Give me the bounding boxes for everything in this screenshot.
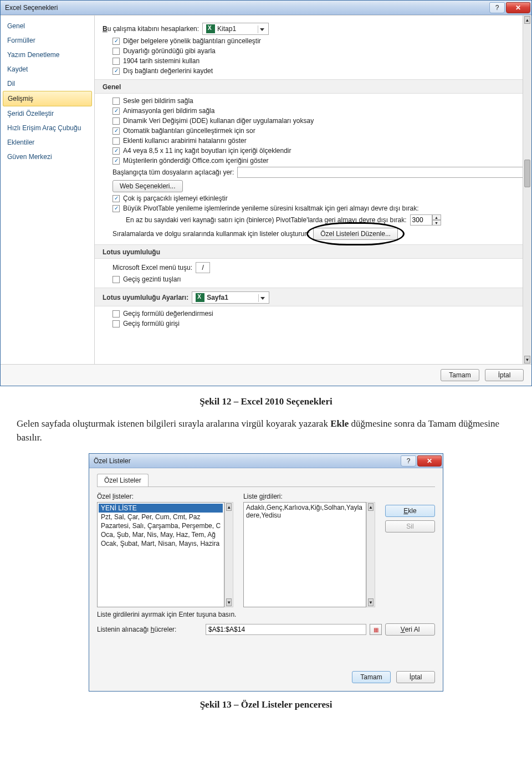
help-button[interactable]: ? xyxy=(489,2,505,13)
lbl-precision: Duyarlığı göründüğü gibi ayarla xyxy=(123,47,216,55)
nav-gelismis[interactable]: Gelişmiş xyxy=(3,91,92,106)
lbl-autolink: Otomatik bağlantıları güncelleştirmek iç… xyxy=(123,127,255,135)
nav-eklentiler[interactable]: Eklentiler xyxy=(3,135,92,150)
custom-lists-label: Özel listeler: xyxy=(97,493,233,500)
spinner-down-icon[interactable]: ▼ xyxy=(432,220,441,226)
chk-precision[interactable] xyxy=(112,48,120,55)
window-title: Excel Seçenekleri xyxy=(5,4,58,12)
cancel-button[interactable]: İptal xyxy=(485,369,524,381)
ok-button[interactable]: Tamam xyxy=(441,369,479,381)
list-item[interactable]: Pazartesi, Salı, Çarşamba, Perşembe, C xyxy=(99,521,223,530)
spinner-up-icon[interactable]: ▲ xyxy=(432,214,441,220)
lotus-sheet-dropdown[interactable]: Sayfa1 xyxy=(192,291,269,304)
entries-textarea[interactable]: Adaklı,Genç,Karlıova,Kiğı,Solhan,Yayla d… xyxy=(243,502,366,607)
lbl-multithread: Çok iş parçacıklı işlemeyi etkinleştir xyxy=(123,194,228,202)
chk-sound[interactable] xyxy=(112,98,120,105)
web-options-button[interactable]: Web Seçenekleri... xyxy=(112,180,183,192)
section-lotus-settings: Lotus uyumluluğu Ayarları: Sayfa1 xyxy=(95,288,531,306)
tab-strip: Özel Listeler xyxy=(97,474,435,487)
excel-icon xyxy=(196,293,204,302)
pivot-row-spinner[interactable]: ▲▼ xyxy=(410,214,441,226)
chk-transition-eval[interactable] xyxy=(112,310,120,318)
list-item[interactable]: Pzt, Sal, Çar, Per, Cum, Cmt, Paz xyxy=(99,513,223,521)
lbl-update-links: Diğer belgelere yönelik bağlantıları gün… xyxy=(123,37,261,45)
chk-anim[interactable] xyxy=(112,107,120,115)
chk-dde[interactable] xyxy=(112,117,120,125)
import-button[interactable]: Veri Al xyxy=(385,623,435,636)
scrollbar[interactable]: ▲ ▼ xyxy=(523,16,531,364)
lbl-save-ext-link: Dış bağlantı değerlerini kaydet xyxy=(123,67,213,75)
pivot-row-label: En az bu sayıdaki veri kaynağı satırı iç… xyxy=(126,216,407,224)
cancel-button[interactable]: İptal xyxy=(396,671,435,683)
custom-lists-dialog: Özel Listeler ? ✕ Özel Listeler Özel lis… xyxy=(89,453,443,692)
lbl-anim: Animasyonla geri bildirim sağla xyxy=(123,107,214,115)
chk-addin-err[interactable] xyxy=(112,137,120,145)
chk-update-links[interactable] xyxy=(112,38,120,45)
scroll-up-icon[interactable]: ▲ xyxy=(368,503,374,511)
custom-lists-listbox[interactable]: YENİ LİSTE Pzt, Sal, Çar, Per, Cum, Cmt,… xyxy=(97,502,224,607)
titlebar[interactable]: Özel Listeler ? ✕ xyxy=(89,454,443,468)
lbl-paper: A4 veya 8,5 x 11 inç kağıt boyutları içi… xyxy=(123,147,291,155)
ok-button[interactable]: Tamam xyxy=(352,671,391,683)
custom-list-edit-button[interactable]: Özel Listeleri Düzenle... xyxy=(313,228,398,240)
tab-custom-lists[interactable]: Özel Listeler xyxy=(97,474,149,487)
chk-transition-nav[interactable] xyxy=(112,276,120,283)
nav-yazim-denetleme[interactable]: Yazım Denetleme xyxy=(3,48,92,62)
menu-key-label: Microsoft Excel menü tuşu: xyxy=(112,264,192,272)
lotus-sheet-value: Sayfa1 xyxy=(207,294,228,301)
pivot-row-value[interactable] xyxy=(410,214,432,226)
nav-seridi-ozellestir[interactable]: Şeridi Özelleştir xyxy=(3,106,92,121)
lbl-pivot-undo: Büyük PivotTable yenileme işlemlerinde y… xyxy=(123,204,419,212)
list-item[interactable]: Oca, Şub, Mar, Nis, May, Haz, Tem, Ağ xyxy=(99,530,223,539)
instruction-paragraph: Gelen sayfada oluşturmak istenen bilgile… xyxy=(17,417,515,444)
lbl-transition-eval: Geçiş formülü değerlendirmesi xyxy=(123,310,213,318)
section-general: Genel xyxy=(95,79,531,94)
chk-multithread[interactable] xyxy=(112,195,120,202)
nav-genel[interactable]: Genel xyxy=(3,19,92,33)
chk-autolink[interactable] xyxy=(112,127,120,135)
close-button[interactable]: ✕ xyxy=(417,455,442,467)
nav-hizli-erisim[interactable]: Hızlı Erişim Araç Çubuğu xyxy=(3,121,92,135)
menu-key-input[interactable] xyxy=(196,262,210,273)
startup-folder-input[interactable] xyxy=(237,167,524,178)
chevron-down-icon xyxy=(260,297,265,300)
nav-dil[interactable]: Dil xyxy=(3,76,92,91)
entries-scrollbar[interactable]: ▲ ▼ xyxy=(366,502,375,607)
scrollbar-thumb[interactable] xyxy=(524,160,530,187)
close-button[interactable]: ✕ xyxy=(506,2,530,13)
list-item[interactable]: YENİ LİSTE xyxy=(99,504,223,513)
chk-pivot-undo[interactable] xyxy=(112,205,120,212)
window-title: Özel Listeler xyxy=(94,457,131,465)
nav-formuller[interactable]: Formüller xyxy=(3,33,92,48)
scroll-down-icon[interactable]: ▼ xyxy=(226,598,232,606)
dialog-footer: Tamam İptal xyxy=(1,364,531,386)
lbl-transition-nav: Geçiş gezinti tuşları xyxy=(123,275,181,283)
scroll-down-icon[interactable]: ▼ xyxy=(368,598,374,606)
range-picker-icon[interactable]: ▦ xyxy=(370,624,382,635)
chk-save-ext-link[interactable] xyxy=(112,68,120,75)
chevron-down-icon xyxy=(260,28,264,31)
listbox-scrollbar[interactable]: ▲ ▼ xyxy=(224,502,233,607)
add-button[interactable]: Ekle xyxy=(385,505,435,517)
lbl-dde: Dinamik Veri Değişimi (DDE) kullanan diğ… xyxy=(123,117,314,125)
calc-workbook-dropdown[interactable]: Kitap1 xyxy=(202,23,269,35)
delete-button[interactable]: Sil xyxy=(385,520,435,532)
list-item[interactable]: Ocak, Şubat, Mart, Nisan, Mayıs, Hazira xyxy=(99,539,223,548)
scroll-up-icon[interactable]: ▲ xyxy=(524,16,530,24)
lbl-officecom: Müşterilerin gönderdiği Office.com içeri… xyxy=(123,157,269,165)
entries-hint: Liste girdilerini ayırmak için Enter tuş… xyxy=(97,611,435,618)
titlebar[interactable]: Excel Seçenekleri ? ✕ xyxy=(1,1,531,15)
chk-paper[interactable] xyxy=(112,147,120,155)
chk-transition-entry[interactable] xyxy=(112,320,120,327)
excel-options-dialog: Excel Seçenekleri ? ✕ Genel Formüller Ya… xyxy=(0,0,532,386)
chk-1904[interactable] xyxy=(112,58,120,65)
chk-officecom[interactable] xyxy=(112,157,120,165)
range-input[interactable] xyxy=(206,624,366,635)
scroll-up-icon[interactable]: ▲ xyxy=(226,503,232,511)
nav-kaydet[interactable]: Kaydet xyxy=(3,62,92,76)
nav-guven-merkezi[interactable]: Güven Merkezi xyxy=(3,150,92,164)
lbl-sound: Sesle geri bildirim sağla xyxy=(123,97,193,105)
scroll-down-icon[interactable]: ▼ xyxy=(524,356,530,363)
figure-caption-13: Şekil 13 – Özel Listeler penceresi xyxy=(0,699,532,710)
help-button[interactable]: ? xyxy=(401,455,416,467)
